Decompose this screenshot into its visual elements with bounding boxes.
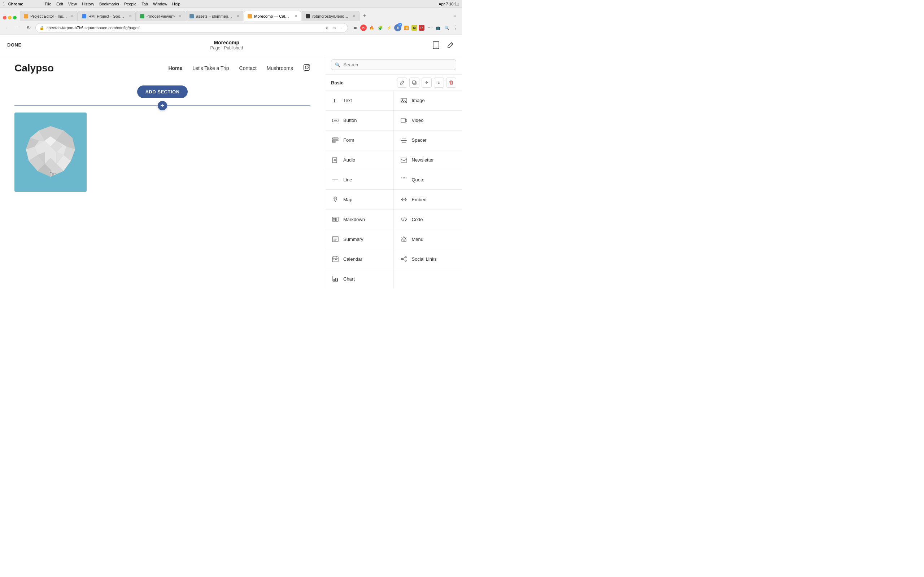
screenshare-icon[interactable]: ▭ (331, 25, 337, 31)
ext-icon-6[interactable]: ⋯ (426, 24, 433, 31)
block-chart[interactable]: Chart (325, 269, 394, 288)
summary-block-label: Summary (343, 237, 363, 242)
menubar-history[interactable]: History (82, 2, 94, 6)
block-text[interactable]: T Text (325, 91, 394, 111)
block-form[interactable]: Form (325, 131, 394, 150)
right-panel: 🔍 Basic (325, 55, 462, 288)
menubar-view[interactable]: View (68, 2, 77, 6)
nav-mushrooms[interactable]: Mushrooms (267, 65, 293, 71)
move-up-button[interactable] (422, 77, 432, 88)
move-down-button[interactable] (434, 77, 444, 88)
menubar-bookmarks[interactable]: Bookmarks (99, 2, 119, 6)
done-button[interactable]: DONE (7, 42, 22, 48)
duplicate-block-button[interactable] (409, 77, 419, 88)
audio-block-label: Audio (343, 157, 355, 163)
block-menu[interactable]: Menu (394, 229, 462, 249)
cast-icon[interactable]: ◦ (338, 25, 344, 31)
button-block-icon (331, 116, 340, 125)
new-tab-button[interactable]: + (360, 11, 369, 21)
nav-contact[interactable]: Contact (239, 65, 257, 71)
ext-icon-5[interactable]: P (419, 25, 425, 31)
nav-home[interactable]: Home (168, 65, 182, 71)
edit-mode-button[interactable] (446, 41, 455, 49)
close-window-button[interactable] (3, 16, 6, 19)
block-calendar[interactable]: Calendar (325, 249, 394, 269)
tab-close-1[interactable]: ✕ (71, 14, 74, 18)
map-block-icon (331, 195, 340, 204)
browser-tab-4[interactable]: assets – shimmering... ✕ (186, 11, 243, 21)
block-spacer[interactable]: Spacer (394, 131, 462, 150)
ext-counter-badge[interactable]: E 15 (394, 24, 401, 31)
menubar-help[interactable]: Help (172, 2, 181, 6)
markdown-block-icon: MD (331, 215, 340, 224)
browser-tab-2[interactable]: HMI Project - Googl... ✕ (78, 11, 136, 21)
tab-close-3[interactable]: ✕ (178, 14, 181, 18)
video-block-label: Video (412, 118, 424, 123)
forward-button[interactable]: → (14, 23, 23, 32)
instagram-icon[interactable] (303, 64, 310, 73)
cast-tab-icon[interactable]: 📺 (435, 24, 442, 31)
ext-icon-1[interactable]: R (360, 24, 367, 31)
add-section-button[interactable]: ADD SECTION (137, 85, 187, 98)
browser-tab-5[interactable]: Morecomp — Calyps... ✕ (244, 11, 301, 21)
summary-block-icon (331, 235, 340, 243)
block-map[interactable]: Map (325, 190, 394, 210)
search-input[interactable] (343, 62, 452, 68)
menubar-people[interactable]: People (124, 2, 136, 6)
menubar-app-name[interactable]: Chrome (8, 2, 23, 6)
browser-tab-3[interactable]: <model-viewer> ✕ (136, 11, 185, 21)
block-video[interactable]: Video (394, 111, 462, 131)
tab-list-button[interactable]: ≡ (451, 11, 459, 21)
extensions-puzzle[interactable]: 🧩 (377, 24, 384, 31)
tab-close-5[interactable]: ✕ (294, 14, 297, 18)
block-embed[interactable]: Embed (394, 190, 462, 210)
wifi-icon[interactable]: 📶 (403, 24, 410, 31)
minimize-window-button[interactable] (8, 16, 11, 19)
nav-trip[interactable]: Let's Take a Trip (192, 65, 229, 71)
ext-icon-3[interactable]: ⚡ (386, 24, 393, 31)
menubar-window[interactable]: Window (153, 2, 167, 6)
block-line[interactable]: Line (325, 170, 394, 190)
bookmark-star-icon[interactable]: ★ (324, 25, 330, 31)
browser-extensions: ⏺ R 🔥 🧩 ⚡ E 15 📶 M P ⋯ 📺 🔍 ⋮ (352, 24, 459, 31)
address-bar[interactable]: 🔒 cheetah-tarpon-b7b6.squarespace.com/co… (36, 23, 348, 32)
block-button[interactable]: Button (325, 111, 394, 131)
tab-close-4[interactable]: ✕ (236, 14, 239, 18)
browser-tab-1[interactable]: Project Editor - Instr... ✕ (20, 11, 78, 21)
back-button[interactable]: ← (3, 23, 11, 32)
block-audio[interactable]: Audio (325, 150, 394, 170)
menubar-tab[interactable]: Tab (142, 2, 148, 6)
traffic-lights (3, 16, 16, 19)
apple-icon[interactable]:  (3, 1, 5, 6)
block-summary[interactable]: Summary (325, 229, 394, 249)
ext-icon-2[interactable]: 🔥 (368, 24, 375, 31)
page-status: Page · Published (210, 45, 243, 50)
maximize-window-button[interactable] (13, 16, 16, 19)
mobile-preview-button[interactable] (432, 41, 440, 49)
menubar-file[interactable]: File (45, 2, 51, 6)
browser-tab-6[interactable]: robmcrosby/Blende... ✕ (302, 11, 360, 21)
menu-block-icon (399, 235, 408, 243)
spacer-block-icon (399, 136, 408, 145)
search-icon-browser[interactable]: 🔍 (443, 24, 451, 31)
tab-close-2[interactable]: ✕ (129, 14, 132, 18)
block-code[interactable]: Code (394, 210, 462, 229)
content-image-box[interactable]: ☞ (15, 113, 87, 192)
block-image[interactable]: Image (394, 91, 462, 111)
tab-favicon-6 (306, 14, 310, 18)
ext-icon-4[interactable]: M (412, 25, 417, 31)
recording-icon[interactable]: ⏺ (352, 24, 359, 31)
edit-block-button[interactable] (397, 77, 407, 88)
browser-chrome: Project Editor - Instr... ✕ HMI Project … (0, 8, 462, 35)
block-social-links[interactable]: Social Links (394, 249, 462, 269)
block-markdown[interactable]: MD Markdown (325, 210, 394, 229)
more-options-button[interactable]: ⋮ (452, 24, 459, 31)
add-block-circle-button[interactable]: + (158, 101, 167, 110)
block-quote[interactable]: " " Quote (394, 170, 462, 190)
block-newsletter[interactable]: Newsletter (394, 150, 462, 170)
delete-block-button[interactable] (446, 77, 456, 88)
tab-close-6[interactable]: ✕ (353, 14, 355, 18)
menubar-edit[interactable]: Edit (56, 2, 63, 6)
cursor-icon: ☞ (49, 170, 56, 179)
reload-button[interactable]: ↻ (24, 23, 33, 32)
